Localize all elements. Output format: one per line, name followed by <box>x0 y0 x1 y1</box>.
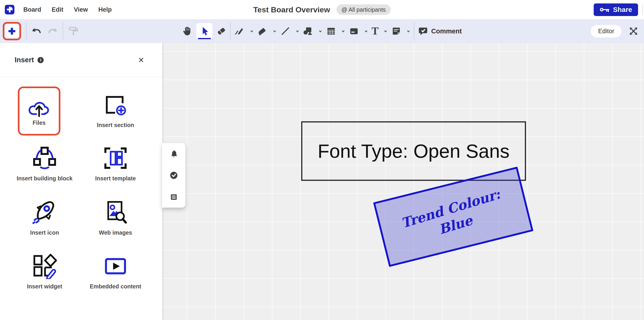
toolbar-left-group <box>3 19 79 43</box>
sticky-note-dropdown-chevron[interactable] <box>406 29 410 33</box>
menu-help[interactable]: Help <box>98 6 112 13</box>
tile-label: Insert icon <box>30 229 59 236</box>
share-button[interactable]: Share <box>594 4 638 16</box>
topbar-right: Share <box>594 4 644 16</box>
comment-icon <box>418 26 428 36</box>
app-window: Board Edit View Help Test Board Overview… <box>0 0 644 320</box>
highlighter-dropdown-chevron[interactable] <box>273 29 276 33</box>
tile-label: Insert building block <box>17 175 72 182</box>
toolbar-center-group: T Comment <box>182 19 462 43</box>
plus-icon <box>7 26 17 36</box>
editor-mode-badge[interactable]: Editor <box>591 25 622 38</box>
insert-panel-header: Insert i ✕ <box>0 43 162 77</box>
check-circle-icon <box>169 171 178 180</box>
play-video-icon <box>103 254 128 278</box>
toolbar: T Comment Editor <box>0 19 644 43</box>
key-icon <box>600 7 610 12</box>
cloud-upload-icon <box>27 96 52 117</box>
tile-web-images[interactable]: Web images <box>84 199 146 236</box>
hand-icon <box>182 26 193 36</box>
card-tool[interactable] <box>349 26 359 36</box>
tasks-button[interactable] <box>169 171 178 180</box>
fullscreen-button[interactable] <box>628 26 638 36</box>
close-icon[interactable]: ✕ <box>138 56 144 64</box>
shape-tool[interactable] <box>303 26 314 36</box>
sticky-note-tool[interactable] <box>391 26 401 36</box>
paint-roller-icon <box>68 26 79 36</box>
font-sample-text: Font Type: Open Sans <box>318 140 510 162</box>
text-dropdown-chevron[interactable] <box>384 29 387 33</box>
cursor-icon <box>200 26 210 36</box>
bell-icon <box>169 149 178 158</box>
board-title-area: Test Board Overview @ All participants <box>253 0 390 19</box>
highlighter-icon <box>257 26 268 36</box>
tile-insert-icon[interactable]: Insert icon <box>14 199 76 236</box>
toolbar-right-group: Editor <box>591 19 638 43</box>
line-dropdown-chevron[interactable] <box>296 29 299 33</box>
table-tool[interactable] <box>326 26 336 36</box>
app-logo-icon[interactable] <box>4 5 15 15</box>
line-tool[interactable] <box>280 26 291 36</box>
comment-button[interactable]: Comment <box>418 26 462 36</box>
tile-insert-section[interactable]: Insert section <box>84 92 146 128</box>
trend-colour-sticky[interactable]: Trend Colour: Blue <box>373 167 534 267</box>
highlighter-tool[interactable] <box>257 26 268 36</box>
fullscreen-icon <box>628 26 638 36</box>
tile-label: Insert template <box>95 175 136 182</box>
participants-badge[interactable]: @ All participants <box>336 4 391 15</box>
hand-tool[interactable] <box>182 26 193 36</box>
pen-dropdown-chevron[interactable] <box>250 29 254 33</box>
tile-files[interactable]: Files <box>18 87 60 136</box>
template-icon <box>103 146 128 170</box>
widget-pencil-icon <box>32 253 58 279</box>
line-icon <box>280 26 291 36</box>
share-label: Share <box>613 6 632 14</box>
menu-edit[interactable]: Edit <box>52 6 63 13</box>
tile-insert-widget[interactable]: Insert widget <box>14 253 76 290</box>
insert-plus-button[interactable] <box>5 24 19 38</box>
menu-view[interactable]: View <box>74 6 88 13</box>
board-list-button[interactable] <box>169 192 178 202</box>
building-block-icon <box>32 146 57 171</box>
menu-board[interactable]: Board <box>23 6 41 13</box>
eraser-tool[interactable] <box>216 26 227 36</box>
tile-label: Files <box>33 120 46 126</box>
notifications-button[interactable] <box>169 149 178 158</box>
divider <box>414 23 414 40</box>
annotation-ring <box>3 22 21 40</box>
tile-label: Insert section <box>97 122 134 128</box>
font-sample-text-box[interactable]: Font Type: Open Sans <box>301 121 526 181</box>
select-tool-selected[interactable] <box>196 23 212 39</box>
shape-dropdown-chevron[interactable] <box>318 29 322 33</box>
insert-panel: Insert i ✕ Files Insert section <box>0 43 162 320</box>
tile-label: Web images <box>99 229 132 236</box>
pen-tool[interactable] <box>234 26 245 36</box>
rocket-icon <box>32 200 58 225</box>
undo-button[interactable] <box>32 26 42 36</box>
board-title[interactable]: Test Board Overview <box>253 5 330 14</box>
list-icon <box>169 192 178 202</box>
divider <box>230 23 231 40</box>
undo-icon <box>32 26 42 36</box>
image-search-icon <box>103 200 128 225</box>
card-dropdown-chevron[interactable] <box>364 29 368 33</box>
divider <box>642 4 643 15</box>
tile-embedded-content[interactable]: Embedded content <box>84 253 146 290</box>
tile-insert-building-block[interactable]: Insert building block <box>14 145 76 182</box>
redo-icon <box>47 26 58 36</box>
text-tool[interactable]: T <box>372 26 379 36</box>
sticky-handwriting: Trend Colour: Blue <box>399 185 508 248</box>
top-menu-bar: Board Edit View Help Test Board Overview… <box>0 0 644 19</box>
shapes-icon <box>303 26 314 36</box>
tile-insert-template[interactable]: Insert template <box>84 145 146 182</box>
table-dropdown-chevron[interactable] <box>342 29 345 33</box>
pen-icon <box>234 26 245 36</box>
notification-side-toolbar <box>162 143 186 208</box>
tile-label: Embedded content <box>90 283 141 290</box>
divider <box>26 23 26 40</box>
format-paint-button[interactable] <box>68 26 79 36</box>
redo-button[interactable] <box>47 26 58 36</box>
divider <box>63 23 63 40</box>
insert-panel-title: Insert <box>15 56 34 64</box>
info-icon[interactable]: i <box>38 57 44 63</box>
